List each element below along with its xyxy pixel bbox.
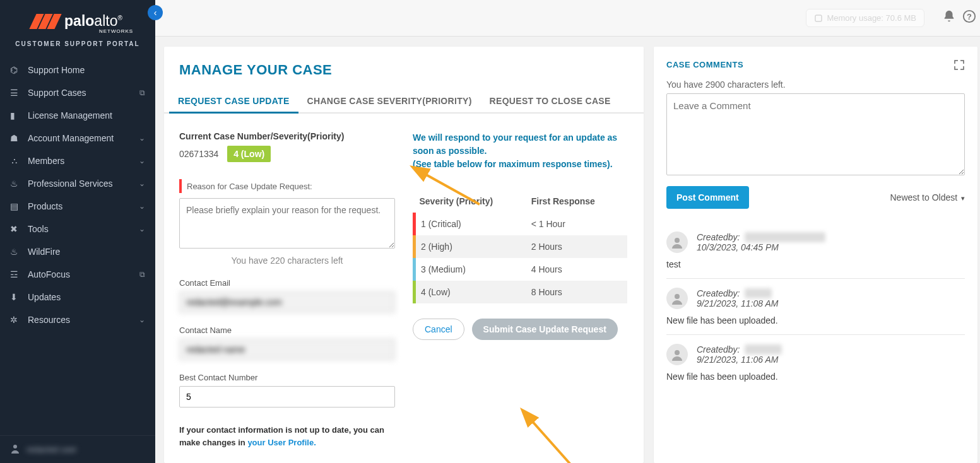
comment-textarea[interactable] [666, 93, 965, 175]
sidebar-item-members[interactable]: ⛬ Members ⌄ [0, 149, 155, 172]
sidebar-item-products[interactable]: ▤ Products ⌄ [0, 195, 155, 218]
memory-usage-pill: Memory usage: 70.6 MB [806, 9, 924, 27]
sidebar-item-support-home[interactable]: ⌬ Support Home [0, 59, 155, 81]
contact-name-label: Contact Name [179, 325, 395, 335]
case-number: 02671334 [179, 149, 218, 159]
comment-date: 10/3/2023, 04:45 PM [697, 242, 825, 252]
cancel-button[interactable]: Cancel [413, 319, 464, 340]
service-icon: ♨ [10, 179, 20, 189]
best-number-input[interactable] [179, 386, 395, 407]
comment-date: 9/21/2023, 11:06 AM [697, 355, 782, 365]
current-case-label: Current Case Number/Severity(Priority) [179, 131, 395, 141]
help-icon[interactable]: ? [962, 9, 976, 27]
comment-char-count: You have 2900 characters left. [666, 79, 965, 90]
user-name: redacted user [27, 445, 77, 454]
list-icon: ☰ [10, 88, 20, 98]
reason-textarea[interactable] [179, 198, 395, 249]
contact-email-input[interactable] [179, 291, 395, 313]
avatar-icon [666, 344, 688, 365]
topbar: Memory usage: 70.6 MB ? [155, 0, 980, 37]
fire-icon: ♨ [10, 247, 20, 257]
sidebar-item-professional-services[interactable]: ♨ Professional Services ⌄ [0, 172, 155, 195]
sidebar-item-resources[interactable]: ✲ Resources ⌄ [0, 308, 155, 331]
resp-cell: 4 Hours [526, 258, 627, 281]
comment-date: 9/21/2023, 11:08 AM [697, 298, 778, 308]
sidebar-item-updates[interactable]: ⬇ Updates [0, 286, 155, 308]
sidebar-nav: ⌬ Support Home ☰ Support Cases ⧉ ▮ Licen… [0, 52, 155, 435]
comment-text: test [666, 259, 965, 269]
col-severity: Severity (Priority) [415, 190, 526, 213]
sidebar-item-support-cases[interactable]: ☰ Support Cases ⧉ [0, 81, 155, 104]
logo-mark-icon [33, 14, 58, 29]
briefcase-icon: ☗ [10, 133, 20, 143]
reason-label: Reason for Case Update Request: [187, 182, 312, 191]
sort-dropdown[interactable]: Newest to Oldest ▾ [890, 192, 965, 202]
sidebar-item-tools[interactable]: ✖ Tools ⌄ [0, 218, 155, 240]
comment-author: Createdby: redacted name long [697, 232, 825, 242]
tab-change-severity[interactable]: CHANGE CASE SEVERITY(PRIORITY) [298, 90, 481, 112]
resp-cell: < 1 Hour [526, 213, 627, 235]
contact-footnote: If your contact information is not up to… [179, 424, 395, 448]
comments-title: CASE COMMENTS [666, 60, 743, 69]
chart-icon: ☲ [10, 269, 20, 279]
left-column: Current Case Number/Severity(Priority) 0… [179, 131, 395, 448]
resp-cell: 8 Hours [526, 281, 627, 303]
wrench-icon: ✖ [10, 224, 20, 234]
expand-icon[interactable] [953, 59, 965, 73]
comment-author: Createdby: redacted [697, 344, 782, 355]
portal-subtitle: CUSTOMER SUPPORT PORTAL [9, 40, 146, 47]
svg-text:?: ? [967, 11, 972, 21]
response-note-1: We will respond to your request for an u… [413, 131, 629, 158]
users-icon: ⛬ [10, 156, 20, 166]
case-comments-card: CASE COMMENTS You have 2900 characters l… [654, 47, 977, 463]
sidebar-item-account-management[interactable]: ☗ Account Management ⌄ [0, 127, 155, 149]
sidebar-item-autofocus[interactable]: ☲ AutoFocus ⧉ [0, 263, 155, 286]
comment-text: New file has been uploaded. [666, 315, 965, 325]
download-icon: ⬇ [10, 292, 20, 302]
sev-cell: 1 (Critical) [415, 213, 526, 235]
sidebar-item-license-management[interactable]: ▮ License Management [0, 104, 155, 127]
gears-icon: ✲ [10, 315, 20, 325]
chevron-down-icon: ⌄ [139, 156, 145, 165]
contact-name-input[interactable] [179, 339, 395, 360]
post-comment-button[interactable]: Post Comment [666, 186, 749, 209]
sev-cell: 2 (High) [415, 235, 526, 258]
avatar-icon [666, 288, 688, 309]
external-icon: ⧉ [139, 270, 145, 279]
chevron-down-icon: ⌄ [139, 134, 145, 143]
severity-table: Severity (Priority) First Response 1 (Cr… [413, 190, 629, 303]
sidebar: paloalto® NETWORKS CUSTOMER SUPPORT PORT… [0, 0, 155, 463]
reason-char-count: You have 220 characters left [179, 255, 395, 266]
user-icon [10, 443, 20, 455]
submit-case-update-button[interactable]: Submit Case Update Request [472, 319, 618, 340]
chevron-left-icon: ‹ [154, 8, 157, 18]
main-content: MANAGE YOUR CASE REQUEST CASE UPDATE CHA… [155, 37, 980, 463]
comment-item: Createdby: redact 9/21/2023, 11:08 AM Ne… [666, 279, 965, 335]
tab-request-case-update[interactable]: REQUEST CASE UPDATE [169, 90, 298, 112]
chevron-down-icon: ⌄ [139, 179, 145, 188]
avatar-icon [666, 232, 688, 253]
response-note-2: (See table below for maximum response ti… [413, 158, 629, 171]
memory-icon [814, 14, 823, 23]
comments-list: Createdby: redacted name long 10/3/2023,… [666, 223, 965, 390]
folder-icon: ▮ [10, 110, 20, 120]
user-bar[interactable]: redacted user [0, 435, 155, 463]
sidebar-item-wildfire[interactable]: ♨ WildFire [0, 240, 155, 263]
severity-badge: 4 (Low) [227, 146, 271, 162]
sidebar-collapse-button[interactable]: ‹ [148, 5, 163, 20]
comment-author: Createdby: redact [697, 288, 778, 298]
sev-cell: 3 (Medium) [415, 258, 526, 281]
comment-item: Createdby: redacted 9/21/2023, 11:06 AM … [666, 335, 965, 390]
page-title: MANAGE YOUR CASE [164, 62, 644, 90]
svg-point-7 [675, 294, 680, 299]
user-profile-link[interactable]: your User Profile. [247, 438, 316, 447]
sev-cell: 4 (Low) [415, 281, 526, 303]
col-first-response: First Response [526, 190, 627, 213]
resp-cell: 2 Hours [526, 235, 627, 258]
external-icon: ⧉ [139, 88, 145, 97]
bell-icon[interactable] [942, 9, 956, 27]
tab-request-close[interactable]: REQUEST TO CLOSE CASE [481, 90, 620, 112]
case-tabs: REQUEST CASE UPDATE CHANGE CASE SEVERITY… [164, 90, 644, 114]
brand-logo: paloalto® NETWORKS CUSTOMER SUPPORT PORT… [0, 0, 155, 52]
gauge-icon: ⌬ [10, 65, 20, 75]
